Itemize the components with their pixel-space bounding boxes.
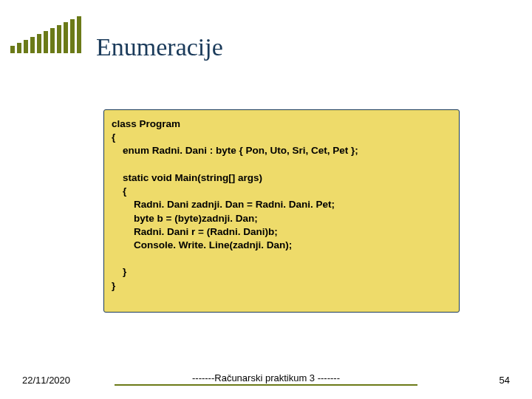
footer-date: 22/11/2020 (22, 375, 70, 386)
slide-title: Enumeracije (96, 33, 223, 61)
footer-center: -------Računarski praktikum 3 ------- (115, 372, 417, 386)
footer: 22/11/2020 -------Računarski praktikum 3… (0, 375, 532, 386)
decorative-bars (10, 16, 81, 53)
code-block: class Program { enum Radni. Dani : byte … (103, 109, 460, 313)
footer-page: 54 (499, 375, 510, 386)
